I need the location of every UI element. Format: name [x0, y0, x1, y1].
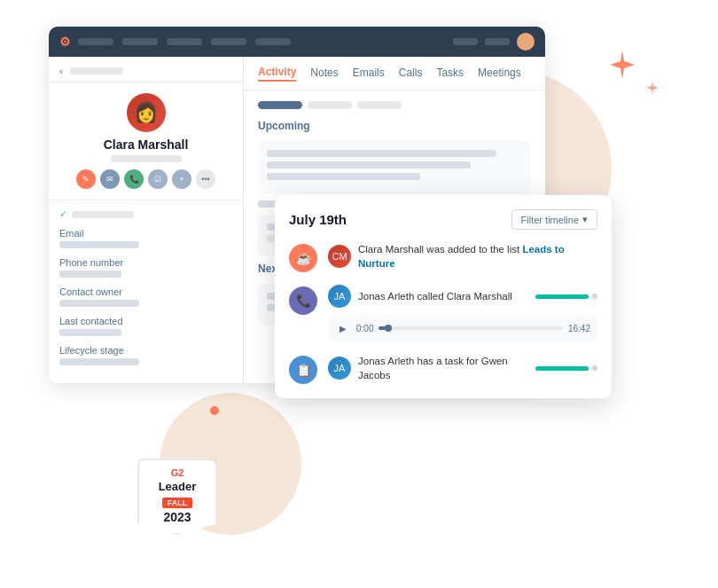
- tab-meetings[interactable]: Meetings: [478, 67, 521, 81]
- nav-item-1[interactable]: [78, 38, 113, 45]
- play-icon: ▶: [339, 324, 347, 333]
- play-button[interactable]: ▶: [335, 320, 351, 336]
- phone-icon: 📞: [296, 294, 311, 308]
- tab-activity[interactable]: Activity: [258, 66, 296, 82]
- sparkle-decoration-1: [606, 49, 638, 81]
- task-status-bar: [535, 366, 589, 371]
- entry-text-1: Clara Marshall was added to the list Lea…: [358, 242, 597, 270]
- nav-item-2[interactable]: [122, 38, 158, 45]
- check-icon: ✓: [59, 209, 66, 219]
- timeline-item-1: ☕ CM Clara Marshall was added to the lis…: [289, 242, 597, 272]
- hubspot-logo: ⚙: [59, 35, 71, 49]
- more-button[interactable]: +: [172, 169, 191, 189]
- timeline-item-3: 📋 JA Jonas Arleth has a task for Gwen Ja…: [289, 354, 597, 384]
- filter-timeline-button[interactable]: Filter timeline ▾: [511, 209, 597, 230]
- timeline-icon-3: 📋: [289, 356, 317, 384]
- call-status-dot: [592, 294, 597, 299]
- chevron-down-icon: ▾: [582, 214, 588, 225]
- prop-lifecycle: Lifecycle stage: [59, 345, 232, 365]
- tab-notes[interactable]: Notes: [310, 67, 338, 81]
- activity-line-1: [267, 150, 496, 157]
- prop-lifecycle-label: Lifecycle stage: [59, 345, 232, 356]
- filter-type-2[interactable]: [357, 101, 402, 109]
- prop-phone-value: [59, 270, 121, 278]
- prop-section-header: ✓: [59, 209, 232, 219]
- contact-info-section: 👩 Clara Marshall ✎ ✉ 📞 ☑ + •••: [49, 82, 243, 200]
- timeline-entry-1: CM Clara Marshall was added to the list …: [328, 242, 597, 270]
- entry-text-2: Jonas Arleth called Clara Marshall: [358, 289, 525, 303]
- timeline-content-2: JA Jonas Arleth called Clara Marshall ▶ …: [328, 285, 597, 341]
- sidebar-header: ‹: [49, 57, 243, 82]
- tab-emails[interactable]: Emails: [353, 67, 385, 81]
- activity-line-3: [267, 173, 420, 180]
- contact-avatar: 👩: [127, 93, 166, 132]
- timeline-list: ☕ CM Clara Marshall was added to the lis…: [289, 242, 597, 384]
- email-button[interactable]: ✉: [100, 169, 120, 189]
- nav-avatar[interactable]: [517, 33, 535, 51]
- g2-badge-shape: G2 Leader FALL 2023: [137, 459, 217, 535]
- prop-last-contacted-value: [59, 329, 121, 336]
- nav-item-3[interactable]: [167, 38, 202, 45]
- progress-dot: [385, 325, 392, 332]
- activity-item-1: [258, 141, 531, 193]
- filter-all[interactable]: [258, 101, 302, 109]
- prop-last-contacted-label: Last contacted: [59, 316, 232, 326]
- timeline-content-1: CM Clara Marshall was added to the list …: [328, 242, 597, 270]
- timeline-icon-2: 📞: [289, 286, 317, 315]
- prop-phone-label: Phone number: [59, 257, 232, 268]
- prop-lifecycle-value: [59, 358, 139, 365]
- filter-type-1[interactable]: [308, 101, 352, 109]
- task-button[interactable]: ☑: [148, 169, 168, 189]
- filter-bar: [258, 101, 531, 109]
- nav-bar: ⚙: [49, 27, 545, 57]
- timeline-header: July 19th Filter timeline ▾: [289, 209, 597, 230]
- task-status-dot: [592, 365, 597, 371]
- prop-owner-label: Contact owner: [59, 286, 232, 297]
- timeline-item-2: 📞 JA Jonas Arleth called Clara Marshall: [289, 285, 597, 341]
- upcoming-section-title: Upcoming: [258, 120, 531, 132]
- g2-year-text: 2023: [148, 510, 207, 524]
- prop-email-value: [59, 241, 139, 248]
- timeline-entry-3: JA Jonas Arleth has a task for Gwen Jaco…: [328, 354, 597, 382]
- back-arrow-icon[interactable]: ‹: [59, 66, 63, 76]
- audio-player[interactable]: ▶ 0:00 16:42: [328, 315, 597, 341]
- nav-items: [78, 38, 446, 45]
- contact-actions: ✎ ✉ 📞 ☑ + •••: [59, 169, 232, 189]
- g2-season-badge: FALL: [162, 498, 193, 508]
- nav-settings-pill: [485, 38, 510, 45]
- g2-leader-text: Leader: [148, 480, 207, 493]
- prop-owner: Contact owner: [59, 286, 232, 307]
- dot-decoration-1: [210, 406, 219, 415]
- nav-item-5[interactable]: [255, 38, 291, 45]
- tab-bar: Activity Notes Emails Calls Tasks Meetin…: [244, 57, 545, 90]
- prop-phone: Phone number: [59, 257, 232, 278]
- coffee-icon: ☕: [296, 251, 311, 265]
- timeline-date: July 19th: [289, 212, 347, 227]
- dots-button[interactable]: •••: [196, 169, 215, 189]
- tab-tasks[interactable]: Tasks: [436, 67, 464, 81]
- audio-progress-bar[interactable]: [379, 326, 563, 330]
- call-status-bar: [535, 294, 589, 299]
- audio-start-time: 0:00: [356, 324, 373, 333]
- call-button[interactable]: 📞: [124, 169, 144, 189]
- prop-email: Email: [59, 228, 232, 248]
- sidebar-breadcrumb-pill: [70, 67, 123, 74]
- timeline-entry-2: JA Jonas Arleth called Clara Marshall: [328, 285, 597, 308]
- edit-button[interactable]: ✎: [76, 169, 96, 189]
- contact-name: Clara Marshall: [59, 137, 232, 152]
- timeline-icon-1: ☕: [289, 244, 317, 272]
- nav-item-4[interactable]: [211, 38, 246, 45]
- nav-right: [453, 33, 535, 51]
- task-icon: 📋: [296, 363, 311, 377]
- activity-line-2: [267, 161, 471, 169]
- entry-text-3: Jonas Arleth has a task for Gwen Jacobs: [358, 354, 525, 382]
- sparkle-decoration-2: [644, 80, 660, 96]
- contact-sidebar: ‹ 👩 Clara Marshall ✎ ✉ 📞 ☑ + •••: [49, 57, 244, 383]
- prop-email-label: Email: [59, 228, 232, 239]
- timeline-card: July 19th Filter timeline ▾ ☕ CM Clara M…: [275, 195, 612, 398]
- entry-avatar-2: JA: [328, 285, 351, 308]
- prop-last-contacted: Last contacted: [59, 316, 232, 336]
- properties-section: ✓ Email Phone number Contact owner Last …: [49, 200, 243, 383]
- audio-end-time: 16:42: [568, 324, 590, 333]
- tab-calls[interactable]: Calls: [399, 67, 423, 81]
